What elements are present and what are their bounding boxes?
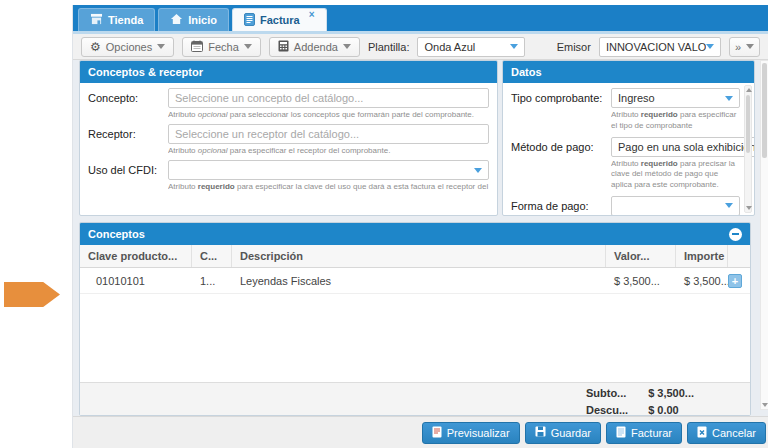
chevron-down-icon [725,96,733,101]
metodo-pago-select[interactable]: Pago en una sola exhibición [611,137,754,157]
store-icon [90,13,103,27]
scrollbar-thumb[interactable] [746,95,750,153]
toolbar-overflow-button[interactable]: » [729,37,760,57]
annotation-arrow [4,282,60,307]
datos-panel: Datos Tipo comprobante: Ingreso Atributo… [502,60,755,216]
empty-rows-area [80,294,750,384]
descuento-label: Descu... [586,404,628,416]
table-row[interactable]: 01010101 1... Leyendas Fiscales $ 3,500.… [80,268,750,294]
cancelar-button[interactable]: Cancelar [687,422,766,444]
totals-footer: Subto... $ 3,500... Descu... $ 0.00 [80,382,750,415]
fecha-button[interactable]: Fecha [182,37,261,57]
save-icon [535,426,546,439]
metodo-pago-value: Pago en una sola exhibición [618,141,754,153]
metodo-pago-help: Atributo requerido para precisar la clav… [611,159,740,191]
tab-label: Factura [260,14,300,26]
receptor-input[interactable] [168,124,489,144]
chevron-down-icon [510,44,518,49]
table-header: Clave producto... C... Descripción Valor… [80,245,750,268]
tab-tienda[interactable]: Tienda [78,8,155,31]
descuento-value: $ 0.00 [648,404,694,416]
scrollbar-thumb[interactable] [762,63,767,158]
col-valor[interactable]: Valor... [606,245,676,267]
panel-body: Tipo comprobante: Ingreso Atributo reque… [503,83,754,215]
guardar-button[interactable]: Guardar [525,422,601,444]
scroll-up-icon[interactable] [746,88,752,92]
col-importe[interactable]: Importe [676,245,728,267]
addenda-button[interactable]: Addenda [269,37,360,57]
panel-body: Concepto: Atributo opcional para selecci… [80,83,497,215]
chevron-down-icon [474,168,482,173]
scroll-down-icon[interactable] [762,403,768,407]
totals-summary: Subto... $ 3,500... Descu... $ 0.00 [586,387,694,416]
opciones-button[interactable]: ⚙ Opciones [81,37,174,57]
metodo-pago-label: Método de pago: [511,141,611,153]
cell-clave: 01010101 [80,275,192,287]
panel-title: Conceptos [88,228,145,240]
tab-bar: Tienda Inicio Factura × [73,5,768,31]
forma-pago-select[interactable] [611,196,740,215]
cell-descripcion: Leyendas Fiscales [232,275,606,287]
subtotal-label: Subto... [586,387,628,399]
col-descripcion[interactable]: Descripción [232,245,606,267]
emisor-label: Emisor [557,41,591,53]
plantilla-value: Onda Azul [424,41,475,53]
chevron-down-icon [343,44,351,49]
overflow-icon: » [735,41,741,53]
panel-title: Conceptos & receptor [80,61,497,83]
collapse-icon[interactable] [729,228,742,241]
chevron-down-icon [746,44,754,49]
gear-icon: ⚙ [90,41,101,53]
previsualizar-button[interactable]: Previsualizar [422,422,520,444]
app-window: Tienda Inicio Factura × ⚙ Opciones [72,5,768,448]
tipo-comprobante-help: Atributo requerido para especificar el t… [611,110,740,132]
receptor-label: Receptor: [88,128,168,140]
col-clave[interactable]: Clave producto... [80,245,192,267]
concepto-input[interactable] [168,88,489,108]
panel-title: Datos [503,61,754,83]
emisor-select[interactable]: INNOVACION VALOR [599,37,721,57]
fecha-label: Fecha [208,41,239,53]
tipo-comprobante-value: Ingreso [618,92,655,104]
chevron-down-icon [706,44,714,49]
emisor-value: INNOVACION VALOR [606,41,706,53]
col-actions [728,245,750,267]
screen: Tienda Inicio Factura × ⚙ Opciones [0,0,768,448]
add-row-button[interactable]: + [728,274,742,288]
preview-icon [432,426,442,440]
tab-inicio[interactable]: Inicio [158,8,229,31]
uso-cfdi-label: Uso del CFDI: [88,164,168,176]
cancel-icon [697,426,707,440]
chevron-down-icon [244,44,252,49]
opciones-label: Opciones [106,41,152,53]
col-cantidad[interactable]: C... [192,245,232,267]
tipo-comprobante-label: Tipo comprobante: [511,92,611,104]
uso-cfdi-help: Atributo requerido para especificar la c… [168,182,489,191]
cell-importe: $ 3,500... [676,275,728,287]
datos-scrollbar[interactable] [744,85,752,213]
plantilla-select[interactable]: Onda Azul [417,37,525,57]
toolbar: ⚙ Opciones Fecha Addenda Plantilla: [73,34,768,60]
facturar-button[interactable]: Facturar [606,422,682,444]
tipo-comprobante-select[interactable]: Ingreso [611,88,740,108]
invoice-icon [616,426,626,440]
page-scrollbar[interactable] [760,60,768,410]
tab-label: Inicio [188,14,217,26]
cell-valor: $ 3,500... [606,275,676,287]
scroll-down-icon[interactable] [746,206,752,210]
tab-label: Tienda [108,14,143,26]
close-icon[interactable]: × [309,10,315,20]
calendar-icon [191,40,203,54]
receptor-help: Atributo opcional para especificar el re… [168,146,489,155]
subtotal-value: $ 3,500... [648,387,694,399]
concepto-label: Concepto: [88,92,168,104]
plantilla-label: Plantilla: [368,41,410,53]
home-icon [170,13,183,27]
calculator-icon [278,40,289,54]
addenda-label: Addenda [294,41,338,53]
uso-cfdi-select[interactable] [168,160,489,180]
tab-factura[interactable]: Factura × [232,8,327,31]
chevron-down-icon [725,203,733,208]
conceptos-grid-panel: Conceptos Clave producto... C... Descrip… [79,222,751,416]
cell-cantidad: 1... [192,275,232,287]
